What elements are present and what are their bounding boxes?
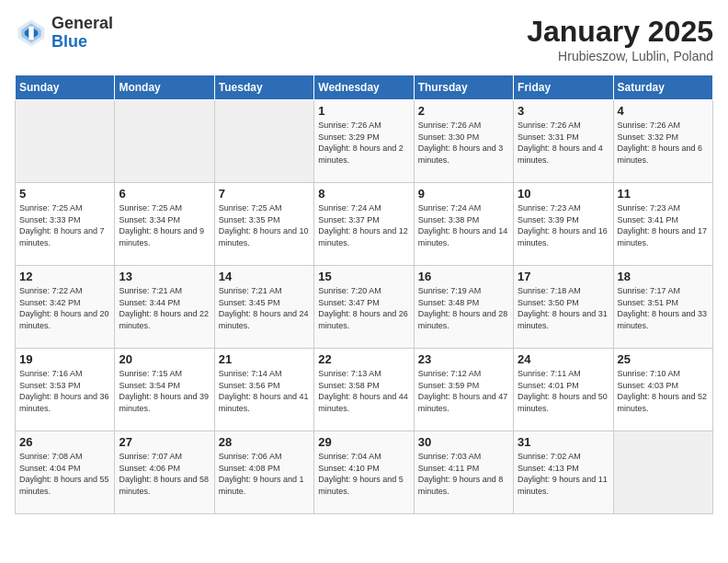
day-info: Sunrise: 7:14 AM Sunset: 3:56 PM Dayligh…	[219, 368, 310, 414]
day-info: Sunrise: 7:21 AM Sunset: 3:45 PM Dayligh…	[219, 285, 310, 331]
day-cell: 18Sunrise: 7:17 AM Sunset: 3:51 PM Dayli…	[613, 266, 712, 349]
day-info: Sunrise: 7:17 AM Sunset: 3:51 PM Dayligh…	[618, 285, 709, 331]
day-cell: 6Sunrise: 7:25 AM Sunset: 3:34 PM Daylig…	[115, 183, 214, 266]
day-cell: 16Sunrise: 7:19 AM Sunset: 3:48 PM Dayli…	[414, 266, 513, 349]
day-cell: 13Sunrise: 7:21 AM Sunset: 3:44 PM Dayli…	[115, 266, 214, 349]
day-header-thursday: Thursday	[414, 75, 513, 100]
day-number: 12	[19, 270, 110, 283]
day-cell: 29Sunrise: 7:04 AM Sunset: 4:10 PM Dayli…	[314, 431, 414, 514]
day-number: 23	[418, 352, 509, 366]
logo: General Blue	[15, 15, 113, 52]
day-cell: 30Sunrise: 7:03 AM Sunset: 4:11 PM Dayli…	[414, 431, 513, 514]
day-info: Sunrise: 7:19 AM Sunset: 3:48 PM Dayligh…	[418, 285, 509, 331]
day-header-saturday: Saturday	[613, 75, 712, 100]
day-header-tuesday: Tuesday	[214, 75, 313, 100]
day-info: Sunrise: 7:21 AM Sunset: 3:44 PM Dayligh…	[119, 285, 210, 331]
day-info: Sunrise: 7:04 AM Sunset: 4:10 PM Dayligh…	[318, 451, 409, 497]
day-number: 25	[618, 352, 709, 366]
logo-text: General Blue	[51, 15, 113, 52]
day-header-sunday: Sunday	[16, 75, 115, 100]
day-cell: 27Sunrise: 7:07 AM Sunset: 4:06 PM Dayli…	[115, 431, 214, 514]
day-cell: 4Sunrise: 7:26 AM Sunset: 3:32 PM Daylig…	[613, 100, 712, 183]
day-cell: 12Sunrise: 7:22 AM Sunset: 3:42 PM Dayli…	[16, 266, 115, 349]
day-number: 24	[518, 352, 609, 366]
day-info: Sunrise: 7:24 AM Sunset: 3:38 PM Dayligh…	[418, 202, 509, 248]
day-number: 18	[618, 270, 709, 283]
day-cell: 22Sunrise: 7:13 AM Sunset: 3:58 PM Dayli…	[314, 349, 414, 431]
logo-icon	[15, 17, 48, 50]
day-info: Sunrise: 7:25 AM Sunset: 3:35 PM Dayligh…	[219, 202, 310, 248]
day-info: Sunrise: 7:12 AM Sunset: 3:59 PM Dayligh…	[418, 368, 509, 414]
day-number: 19	[19, 352, 110, 366]
day-cell: 7Sunrise: 7:25 AM Sunset: 3:35 PM Daylig…	[214, 183, 313, 266]
title-block: January 2025 Hrubieszow, Lublin, Poland	[527, 15, 713, 63]
day-number: 28	[219, 435, 310, 449]
day-info: Sunrise: 7:18 AM Sunset: 3:50 PM Dayligh…	[518, 285, 609, 331]
day-info: Sunrise: 7:26 AM Sunset: 3:31 PM Dayligh…	[518, 120, 609, 166]
day-info: Sunrise: 7:03 AM Sunset: 4:11 PM Dayligh…	[418, 451, 509, 497]
day-cell: 2Sunrise: 7:26 AM Sunset: 3:30 PM Daylig…	[414, 100, 513, 183]
day-info: Sunrise: 7:25 AM Sunset: 3:34 PM Dayligh…	[119, 202, 210, 248]
calendar-subtitle: Hrubieszow, Lublin, Poland	[527, 49, 713, 63]
day-number: 4	[618, 104, 709, 118]
week-row-4: 19Sunrise: 7:16 AM Sunset: 3:53 PM Dayli…	[16, 349, 713, 431]
day-cell: 24Sunrise: 7:11 AM Sunset: 4:01 PM Dayli…	[514, 349, 613, 431]
day-cell: 11Sunrise: 7:23 AM Sunset: 3:41 PM Dayli…	[613, 183, 712, 266]
day-info: Sunrise: 7:16 AM Sunset: 3:53 PM Dayligh…	[19, 368, 110, 414]
calendar-table: SundayMondayTuesdayWednesdayThursdayFrid…	[15, 75, 713, 514]
day-cell: 25Sunrise: 7:10 AM Sunset: 4:03 PM Dayli…	[613, 349, 712, 431]
day-info: Sunrise: 7:26 AM Sunset: 3:30 PM Dayligh…	[418, 120, 509, 166]
day-number: 30	[418, 435, 509, 449]
day-cell: 21Sunrise: 7:14 AM Sunset: 3:56 PM Dayli…	[214, 349, 313, 431]
page-header: General Blue January 2025 Hrubieszow, Lu…	[15, 15, 713, 63]
day-number: 29	[318, 435, 409, 449]
day-number: 3	[518, 104, 609, 118]
day-number: 17	[518, 270, 609, 283]
day-info: Sunrise: 7:23 AM Sunset: 3:41 PM Dayligh…	[618, 202, 709, 248]
day-cell	[115, 100, 214, 183]
day-cell: 20Sunrise: 7:15 AM Sunset: 3:54 PM Dayli…	[115, 349, 214, 431]
svg-rect-3	[28, 27, 33, 40]
day-cell: 17Sunrise: 7:18 AM Sunset: 3:50 PM Dayli…	[514, 266, 613, 349]
day-info: Sunrise: 7:26 AM Sunset: 3:29 PM Dayligh…	[318, 120, 409, 166]
day-info: Sunrise: 7:11 AM Sunset: 4:01 PM Dayligh…	[518, 368, 609, 414]
day-cell: 28Sunrise: 7:06 AM Sunset: 4:08 PM Dayli…	[214, 431, 313, 514]
day-number: 20	[119, 352, 210, 366]
day-cell: 8Sunrise: 7:24 AM Sunset: 3:37 PM Daylig…	[314, 183, 414, 266]
day-info: Sunrise: 7:22 AM Sunset: 3:42 PM Dayligh…	[19, 285, 110, 331]
day-cell: 9Sunrise: 7:24 AM Sunset: 3:38 PM Daylig…	[414, 183, 513, 266]
day-cell: 3Sunrise: 7:26 AM Sunset: 3:31 PM Daylig…	[514, 100, 613, 183]
day-cell: 19Sunrise: 7:16 AM Sunset: 3:53 PM Dayli…	[16, 349, 115, 431]
day-cell: 26Sunrise: 7:08 AM Sunset: 4:04 PM Dayli…	[16, 431, 115, 514]
days-header-row: SundayMondayTuesdayWednesdayThursdayFrid…	[16, 75, 713, 100]
day-header-wednesday: Wednesday	[314, 75, 414, 100]
day-cell: 14Sunrise: 7:21 AM Sunset: 3:45 PM Dayli…	[214, 266, 313, 349]
day-info: Sunrise: 7:25 AM Sunset: 3:33 PM Dayligh…	[19, 202, 110, 248]
day-info: Sunrise: 7:10 AM Sunset: 4:03 PM Dayligh…	[618, 368, 709, 414]
day-number: 6	[119, 187, 210, 201]
week-row-3: 12Sunrise: 7:22 AM Sunset: 3:42 PM Dayli…	[16, 266, 713, 349]
week-row-2: 5Sunrise: 7:25 AM Sunset: 3:33 PM Daylig…	[16, 183, 713, 266]
day-number: 10	[518, 187, 609, 201]
logo-general: General	[51, 15, 113, 33]
day-cell	[214, 100, 313, 183]
day-number: 1	[318, 104, 409, 118]
day-info: Sunrise: 7:24 AM Sunset: 3:37 PM Dayligh…	[318, 202, 409, 248]
day-info: Sunrise: 7:02 AM Sunset: 4:13 PM Dayligh…	[518, 451, 609, 497]
day-number: 21	[219, 352, 310, 366]
day-number: 8	[318, 187, 409, 201]
day-number: 15	[318, 270, 409, 283]
week-row-1: 1Sunrise: 7:26 AM Sunset: 3:29 PM Daylig…	[16, 100, 713, 183]
day-info: Sunrise: 7:20 AM Sunset: 3:47 PM Dayligh…	[318, 285, 409, 331]
day-header-friday: Friday	[514, 75, 613, 100]
day-cell	[16, 100, 115, 183]
day-number: 2	[418, 104, 509, 118]
day-info: Sunrise: 7:08 AM Sunset: 4:04 PM Dayligh…	[19, 451, 110, 497]
day-number: 22	[318, 352, 409, 366]
day-cell	[613, 431, 712, 514]
day-number: 31	[518, 435, 609, 449]
day-number: 5	[19, 187, 110, 201]
week-row-5: 26Sunrise: 7:08 AM Sunset: 4:04 PM Dayli…	[16, 431, 713, 514]
day-cell: 15Sunrise: 7:20 AM Sunset: 3:47 PM Dayli…	[314, 266, 414, 349]
calendar-title: January 2025	[527, 15, 713, 49]
